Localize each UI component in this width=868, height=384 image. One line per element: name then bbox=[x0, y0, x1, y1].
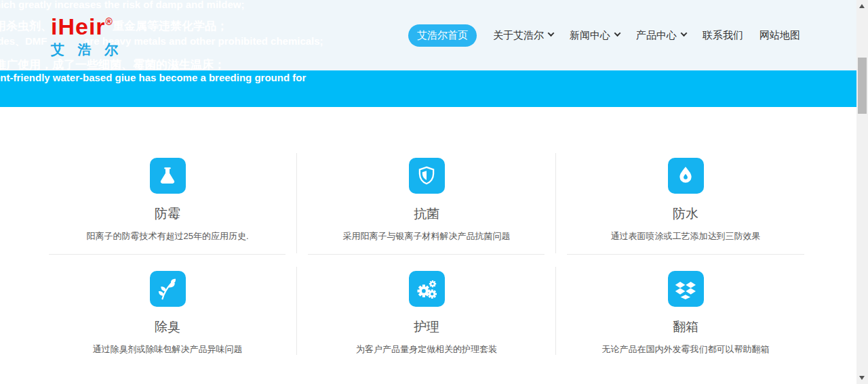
feature-card-chuchou[interactable]: 除臭 通过除臭剂或除味包解决产品异味问题 bbox=[38, 265, 297, 356]
feature-card-huli[interactable]: 护理 为客户产品量身定做相关的护理套装 bbox=[297, 265, 556, 356]
scroll-down-icon[interactable] bbox=[859, 376, 865, 380]
divider bbox=[296, 153, 297, 253]
droplet-icon bbox=[668, 158, 704, 194]
feature-desc: 为客户产品量身定做相关的护理套装 bbox=[297, 343, 556, 356]
feature-title: 护理 bbox=[297, 318, 556, 336]
nav-home-button[interactable]: 艾浩尔首页 bbox=[408, 24, 477, 47]
nav-news-label: 新闻中心 bbox=[570, 29, 610, 42]
gears-icon bbox=[409, 271, 445, 307]
slider-bg-text: ides、DMF bbox=[0, 35, 47, 48]
leaf-icon bbox=[150, 271, 186, 307]
shield-icon bbox=[409, 158, 445, 194]
feature-desc: 采用阳离子与银离子材料解决产品抗菌问题 bbox=[297, 230, 556, 242]
slider-bg-text: 用杀虫剂、 bbox=[0, 18, 52, 34]
feature-title: 翻箱 bbox=[556, 318, 815, 336]
nav-sitemap[interactable]: 网站地图 bbox=[760, 29, 800, 42]
chevron-down-icon bbox=[614, 30, 621, 37]
chevron-down-icon bbox=[548, 30, 555, 37]
divider bbox=[567, 254, 804, 255]
feature-card-fangmei[interactable]: 防霉 阳离子的防霉技术有超过25年的应用历史. bbox=[38, 152, 297, 242]
divider bbox=[555, 153, 556, 253]
slider-bg-text: 重金属等违禁化学品； bbox=[113, 18, 228, 34]
nav-products[interactable]: 产品中心 bbox=[636, 29, 686, 42]
main-nav: 艾浩尔首页 关于艾浩尔 新闻中心 产品中心 联系我们 网站地图 bbox=[408, 0, 800, 70]
feature-title: 除臭 bbox=[38, 318, 297, 336]
hero-banner: ent-friendly water-based giue has become… bbox=[0, 70, 856, 107]
slider-bg-text: 推广使用，成了一些细菌、霉菌的滋生温床； bbox=[0, 57, 225, 70]
feature-title: 抗菌 bbox=[297, 205, 556, 223]
feature-desc: 通过除臭剂或除味包解决产品异味问题 bbox=[38, 343, 297, 356]
flask-icon bbox=[150, 158, 186, 194]
feature-title: 防霉 bbox=[38, 205, 297, 223]
divider bbox=[308, 254, 545, 255]
feature-desc: 通过表面喷涂或工艺添加达到三防效果 bbox=[556, 230, 815, 242]
feature-card-kangjun[interactable]: 抗菌 采用阳离子与银离子材料解决产品抗菌问题 bbox=[297, 152, 556, 242]
iheir-logo[interactable]: iHeir® 艾 浩 尔 bbox=[51, 9, 123, 59]
nav-about-label: 关于艾浩尔 bbox=[493, 29, 544, 42]
site-header: hich greatly increases the risk of damp … bbox=[0, 0, 856, 70]
banner-text: ent-friendly water-based giue has become… bbox=[0, 72, 306, 83]
nav-sitemap-label: 网站地图 bbox=[760, 29, 800, 42]
nav-news[interactable]: 新闻中心 bbox=[570, 29, 620, 42]
scroll-up-icon[interactable] bbox=[859, 4, 865, 8]
scrollbar-thumb[interactable] bbox=[858, 58, 867, 114]
feature-row: 防霉 阳离子的防霉技术有超过25年的应用历史. 抗菌 采用阳离子与银离子材料解决… bbox=[38, 152, 815, 242]
logo-brand-text: iHeir® bbox=[51, 9, 123, 39]
feature-card-fangshui[interactable]: 防水 通过表面喷涂或工艺添加达到三防效果 bbox=[556, 152, 815, 242]
nav-about[interactable]: 关于艾浩尔 bbox=[493, 29, 553, 42]
feature-card-fanxiang[interactable]: 翻箱 无论产品在国内外发霉我们都可以帮助翻箱 bbox=[556, 265, 815, 356]
feature-title: 防水 bbox=[556, 205, 815, 223]
registered-mark-icon: ® bbox=[106, 16, 113, 27]
feature-row: 除臭 通过除臭剂或除味包解决产品异味问题 护理 为客户产品量身定做相关的护理套装… bbox=[38, 265, 815, 356]
chevron-down-icon bbox=[681, 30, 688, 37]
nav-contact-label: 联系我们 bbox=[703, 29, 743, 42]
feature-desc: 阳离子的防霉技术有超过25年的应用历史. bbox=[38, 230, 297, 242]
dropbox-icon bbox=[668, 271, 704, 307]
nav-contact[interactable]: 联系我们 bbox=[703, 29, 743, 42]
divider bbox=[49, 254, 285, 255]
nav-products-label: 产品中心 bbox=[636, 29, 677, 42]
feature-desc: 无论产品在国内外发霉我们都可以帮助翻箱 bbox=[556, 343, 815, 356]
vertical-scrollbar[interactable] bbox=[856, 0, 868, 384]
slider-bg-text: hich greatly increases the risk of damp … bbox=[0, 0, 244, 10]
feature-grid: 防霉 阳离子的防霉技术有超过25年的应用历史. 抗菌 采用阳离子与银离子材料解决… bbox=[38, 152, 815, 356]
logo-chinese-text: 艾 浩 尔 bbox=[51, 41, 123, 59]
